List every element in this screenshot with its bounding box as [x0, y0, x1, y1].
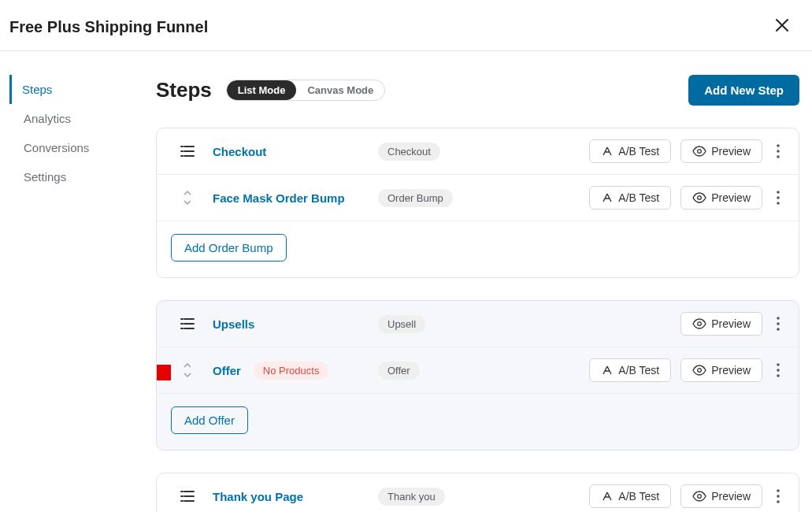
warning-pill: No Products	[254, 362, 329, 380]
step-title-link[interactable]: Thank you Page	[213, 490, 303, 503]
add-child-step-button[interactable]: Add Offer	[171, 406, 248, 434]
preview-button[interactable]: Preview	[680, 312, 762, 336]
step-group: UpsellsUpsellPreviewOfferNo ProductsOffe…	[156, 300, 799, 451]
list-icon	[169, 144, 205, 158]
main-content: Steps List Mode Canvas Mode Add New Step…	[156, 75, 812, 512]
canvas-mode-tab[interactable]: Canvas Mode	[296, 80, 384, 100]
more-menu-icon[interactable]	[772, 360, 784, 380]
step-row: OfferNo ProductsOfferA/B TestPreview	[157, 347, 799, 394]
svg-point-10	[777, 322, 780, 325]
step-type-badge: Upsell	[378, 315, 425, 333]
ab-test-button[interactable]: A/B Test	[589, 358, 671, 382]
step-group: Thank you PageThank youA/B TestPreview	[156, 473, 799, 512]
more-menu-icon[interactable]	[772, 187, 784, 208]
add-child-step-button[interactable]: Add Order Bump	[171, 234, 287, 262]
ab-test-icon	[601, 491, 614, 502]
section-title: Steps	[156, 78, 212, 102]
eye-icon	[692, 365, 706, 376]
more-menu-icon[interactable]	[772, 314, 784, 334]
eye-icon	[692, 491, 706, 502]
ab-test-button[interactable]: A/B Test	[589, 186, 671, 210]
more-menu-icon[interactable]	[772, 486, 784, 506]
add-new-step-button[interactable]: Add New Step	[688, 75, 799, 106]
svg-point-12	[698, 369, 702, 373]
sidebar-item-steps[interactable]: Steps	[9, 75, 156, 104]
step-row: Face Mask Order BumpOrder BumpA/B TestPr…	[157, 175, 799, 221]
step-row: UpsellsUpsellPreview	[157, 301, 799, 347]
topbar: Free Plus Shipping Funnel	[0, 0, 812, 51]
close-icon[interactable]	[768, 14, 796, 39]
step-title-link[interactable]: Upsells	[213, 317, 254, 331]
preview-button[interactable]: Preview	[680, 358, 762, 382]
step-type-badge: Order Bump	[378, 189, 453, 207]
svg-point-15	[777, 374, 780, 377]
step-type-badge: Checkout	[378, 143, 440, 161]
svg-point-13	[777, 363, 780, 366]
step-title-link[interactable]: Checkout	[213, 145, 266, 158]
view-mode-toggle: List Mode Canvas Mode	[226, 80, 385, 101]
svg-point-9	[777, 317, 780, 320]
svg-point-19	[777, 495, 780, 498]
step-type-badge: Offer	[378, 362, 420, 380]
sidebar: StepsAnalyticsConversionsSettings	[0, 75, 156, 512]
eye-icon	[692, 146, 706, 157]
svg-point-7	[777, 202, 780, 205]
eye-icon	[692, 318, 706, 329]
step-title-link[interactable]: Offer	[213, 364, 241, 377]
list-mode-tab[interactable]: List Mode	[227, 80, 297, 100]
sidebar-item-conversions[interactable]: Conversions	[12, 133, 156, 162]
step-group: CheckoutCheckoutA/B TestPreviewFace Mask…	[156, 128, 799, 278]
preview-button[interactable]: Preview	[680, 139, 762, 163]
step-title-link[interactable]: Face Mask Order Bump	[213, 191, 345, 205]
list-icon	[169, 489, 205, 503]
ab-test-icon	[601, 192, 614, 203]
svg-point-2	[777, 150, 780, 153]
sidebar-item-analytics[interactable]: Analytics	[12, 104, 156, 133]
eye-icon	[692, 192, 706, 203]
step-type-badge: Thank you	[378, 488, 445, 506]
svg-point-6	[777, 196, 780, 199]
list-icon	[169, 317, 205, 331]
step-row: Thank you PageThank youA/B TestPreview	[157, 473, 799, 512]
preview-button[interactable]: Preview	[680, 186, 762, 210]
more-menu-icon[interactable]	[772, 141, 784, 161]
ab-test-button[interactable]: A/B Test	[589, 484, 671, 508]
svg-point-1	[777, 144, 780, 147]
sidebar-item-settings[interactable]: Settings	[12, 162, 156, 191]
svg-point-5	[777, 191, 780, 194]
svg-point-11	[777, 328, 780, 331]
svg-point-0	[698, 150, 702, 154]
svg-point-3	[777, 155, 780, 158]
svg-point-14	[777, 369, 780, 372]
svg-point-20	[777, 500, 780, 503]
ab-test-icon	[601, 146, 614, 157]
svg-point-17	[698, 495, 702, 499]
ab-test-icon	[601, 365, 614, 376]
sort-handle-icon[interactable]	[169, 361, 205, 380]
svg-point-4	[698, 196, 702, 200]
sort-handle-icon[interactable]	[169, 188, 205, 207]
page-title: Free Plus Shipping Funnel	[9, 18, 208, 36]
svg-point-8	[698, 322, 702, 326]
step-row: CheckoutCheckoutA/B TestPreview	[157, 128, 799, 175]
preview-button[interactable]: Preview	[680, 484, 762, 508]
svg-point-18	[777, 489, 780, 492]
ab-test-button[interactable]: A/B Test	[589, 139, 671, 163]
